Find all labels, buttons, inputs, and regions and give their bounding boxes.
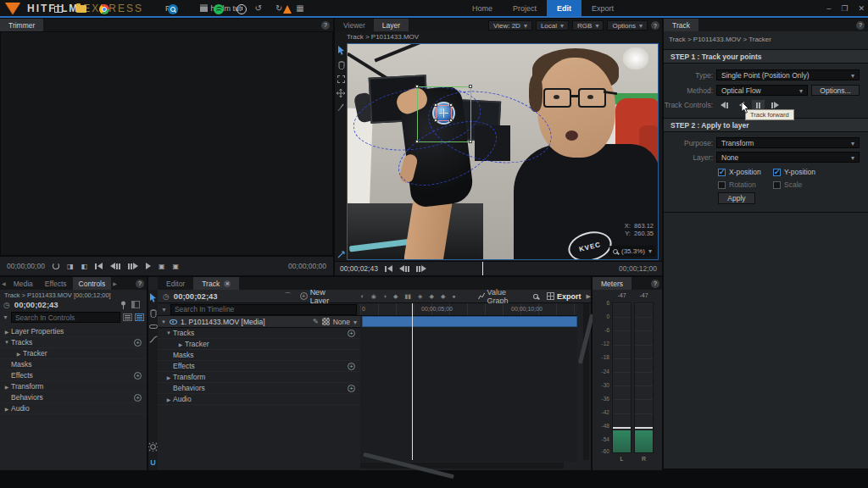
search-zoom-icon[interactable] bbox=[533, 294, 538, 299]
controls-search-input[interactable] bbox=[11, 312, 120, 323]
options-button[interactable]: Options... bbox=[811, 85, 860, 96]
y-position-checkbox[interactable] bbox=[773, 169, 781, 176]
undo-icon[interactable]: ↺ bbox=[255, 3, 262, 13]
settings-gear-icon[interactable] bbox=[148, 442, 158, 452]
tab-meters[interactable]: Meters bbox=[593, 277, 632, 290]
rotation-checkbox[interactable] bbox=[718, 181, 726, 189]
keyframe-outline-icon[interactable]: ◈ bbox=[418, 293, 422, 300]
tree-row-transform[interactable]: ▶Transform bbox=[0, 381, 147, 392]
keyframe-hold-icon[interactable]: ▮▮ bbox=[404, 293, 411, 300]
previous-frame-button[interactable] bbox=[110, 263, 120, 269]
go-to-start-button[interactable] bbox=[385, 265, 392, 272]
tracker-handle[interactable] bbox=[434, 119, 437, 122]
add-icon[interactable]: + bbox=[348, 385, 355, 392]
tree-row-tracker[interactable]: ▶Tracker bbox=[158, 339, 360, 350]
export-button[interactable]: Export bbox=[547, 292, 581, 301]
new-layer-button[interactable]: + New Layer bbox=[300, 288, 342, 305]
add-keyframe-icon[interactable]: ◉ bbox=[371, 293, 376, 300]
tree-row-behaviors[interactable]: Behaviors+ bbox=[0, 392, 147, 403]
set-out-point-icon[interactable]: ◨ bbox=[67, 263, 74, 270]
redo-icon[interactable]: ↻ bbox=[275, 3, 282, 13]
method-dropdown[interactable]: Optical Flow bbox=[716, 85, 808, 96]
pan-tool-icon[interactable] bbox=[337, 89, 345, 97]
tab-trimmer[interactable]: Trimmer bbox=[0, 19, 43, 31]
previous-frame-button[interactable] bbox=[399, 265, 409, 272]
tree-row-audio[interactable]: ▶Audio bbox=[158, 394, 360, 405]
tree-row-tracks[interactable]: ▼Tracks+ bbox=[0, 337, 147, 348]
tab-effects[interactable]: Effects bbox=[39, 277, 73, 290]
x-position-checkbox[interactable] bbox=[718, 169, 726, 176]
rate-curve-tool-icon[interactable] bbox=[149, 336, 158, 343]
tracker-handle[interactable] bbox=[415, 85, 419, 88]
timeline-track-area[interactable] bbox=[360, 327, 577, 462]
tab-viewer[interactable]: Viewer bbox=[335, 19, 374, 31]
tree-row-behaviors[interactable]: Behaviors+ bbox=[158, 383, 360, 394]
hand-tool-icon[interactable] bbox=[337, 61, 345, 69]
add-icon[interactable]: + bbox=[348, 330, 355, 337]
tab-scroll-left-icon[interactable]: ◀ bbox=[2, 280, 6, 286]
tab-track[interactable]: Track bbox=[664, 19, 698, 31]
media-clip-bar[interactable] bbox=[362, 316, 577, 327]
tree-row-transform[interactable]: ▶Transform bbox=[158, 372, 360, 383]
keyframe-circle-icon[interactable]: ● bbox=[452, 293, 455, 299]
tracker-handle[interactable] bbox=[415, 140, 419, 143]
view-mode-dropdown[interactable]: View: 2D bbox=[488, 20, 532, 30]
tab-scroll-right-icon[interactable]: ▶ bbox=[113, 280, 117, 286]
blend-mode-value[interactable]: None bbox=[333, 318, 350, 326]
tab-edit[interactable]: Edit bbox=[547, 0, 581, 16]
tracker-handle[interactable] bbox=[449, 103, 453, 107]
purpose-dropdown[interactable]: Transform bbox=[716, 137, 860, 148]
timeline-playhead[interactable] bbox=[412, 303, 413, 460]
restore-button[interactable]: ❐ bbox=[841, 4, 848, 13]
tree-row-audio[interactable]: ▶Audio bbox=[0, 403, 147, 414]
select-tool-icon[interactable] bbox=[149, 293, 157, 302]
group-view-icon[interactable] bbox=[135, 313, 144, 321]
tree-row-masks[interactable]: Masks bbox=[0, 359, 147, 370]
tree-row-masks[interactable]: Masks bbox=[158, 350, 360, 361]
dropper-tool-icon[interactable] bbox=[337, 103, 344, 112]
tab-controls[interactable]: Controls bbox=[73, 277, 112, 290]
tab-home[interactable]: Home bbox=[462, 0, 503, 16]
play-button[interactable] bbox=[146, 263, 151, 269]
tracker-handle[interactable] bbox=[469, 140, 472, 143]
add-icon[interactable]: + bbox=[134, 372, 142, 380]
close-button[interactable]: ✕ bbox=[858, 4, 865, 13]
timeline-layer-row[interactable]: ▼ 1. P1011433.MOV [Media] ✎ None bbox=[158, 316, 360, 328]
space-dropdown[interactable]: Local bbox=[536, 20, 569, 30]
options-dropdown[interactable]: Options bbox=[607, 20, 648, 30]
orbit-tool-icon[interactable] bbox=[337, 251, 345, 258]
snapshot-icon[interactable]: ▣ bbox=[173, 263, 180, 270]
pin-icon[interactable] bbox=[120, 301, 126, 309]
type-dropdown[interactable]: Single Point (Position Only) bbox=[716, 69, 860, 80]
track-backward-one-frame-button[interactable] bbox=[718, 100, 731, 111]
help-icon[interactable] bbox=[321, 21, 330, 30]
split-view-icon[interactable] bbox=[131, 301, 140, 308]
go-to-start-button[interactable] bbox=[95, 263, 103, 269]
minimize-button[interactable]: – bbox=[826, 4, 831, 13]
tree-row-tracks[interactable]: ▼Tracks+ bbox=[158, 328, 360, 339]
next-keyframe-icon[interactable]: ◑ bbox=[383, 293, 387, 299]
tab-export[interactable]: Export bbox=[581, 0, 624, 16]
help-icon[interactable] bbox=[856, 21, 865, 30]
list-view-icon[interactable] bbox=[123, 313, 132, 321]
region-tool-icon[interactable] bbox=[337, 75, 345, 83]
add-icon[interactable]: + bbox=[348, 363, 355, 370]
workspace-grid-icon[interactable]: ▦ bbox=[296, 3, 303, 13]
export-frame-icon[interactable]: ▣ bbox=[159, 263, 165, 270]
channel-dropdown[interactable]: RGB bbox=[572, 20, 604, 30]
tab-layer[interactable]: Layer bbox=[374, 19, 409, 31]
collapse-icon[interactable]: ▼ bbox=[161, 319, 166, 324]
set-in-point-icon[interactable]: ◧ bbox=[81, 263, 87, 270]
keyframe-diamond-icon[interactable]: ◆ bbox=[441, 293, 445, 300]
keyframe-diamond-icon[interactable]: ◆ bbox=[429, 293, 433, 300]
edit-pencil-icon[interactable]: ✎ bbox=[313, 318, 319, 325]
timeline-ruler[interactable]: 0 00;00;05;00 00;00;10;00 bbox=[360, 303, 577, 316]
hand-tool-icon[interactable] bbox=[149, 309, 157, 318]
help-icon[interactable] bbox=[651, 280, 659, 288]
keyframe-diamond-icon[interactable]: ◆ bbox=[393, 293, 398, 300]
chevron-down-icon[interactable] bbox=[353, 318, 357, 326]
apply-button[interactable]: Apply bbox=[718, 192, 755, 204]
tracker-crosshair[interactable] bbox=[443, 108, 444, 118]
tracker-handle[interactable] bbox=[469, 85, 472, 88]
add-icon[interactable]: + bbox=[134, 394, 142, 402]
